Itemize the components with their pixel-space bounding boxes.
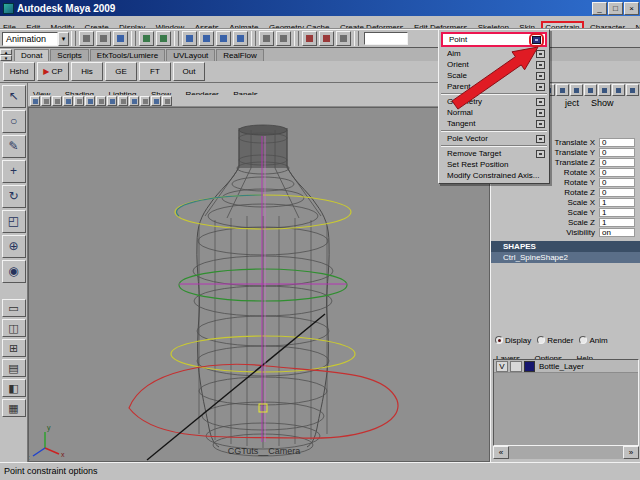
film-gate-icon[interactable] — [96, 96, 106, 106]
menu-item-geometry[interactable]: Geometry — [439, 96, 549, 107]
status-separator[interactable] — [251, 31, 256, 46]
menu-nex[interactable]: NEX — [633, 22, 640, 29]
tangent-option-box-icon[interactable] — [536, 120, 545, 128]
layer-type-cell[interactable] — [510, 361, 522, 372]
remove-target-option-box-icon[interactable] — [536, 150, 545, 158]
scroll-left-icon[interactable]: « — [493, 446, 509, 459]
status-separator[interactable] — [131, 31, 136, 46]
shelf-button-out[interactable]: Out — [173, 62, 205, 81]
layout-single-pane-icon[interactable]: ▭ — [2, 299, 26, 317]
shelf-button-his[interactable]: His — [71, 62, 103, 81]
minimize-button[interactable]: _ — [592, 2, 607, 15]
select-tool-icon[interactable]: ↖ — [2, 85, 26, 108]
channel-value-field[interactable]: 0 — [599, 188, 635, 197]
scene-new-icon[interactable] — [79, 31, 94, 46]
attribute-editor-toggle-icon[interactable] — [584, 84, 597, 96]
channel-value-field[interactable]: on — [599, 228, 635, 237]
grid-toggle-icon[interactable] — [85, 96, 95, 106]
menu-constrain[interactable]: Constrain — [542, 22, 582, 29]
status-separator[interactable] — [294, 31, 299, 46]
render-frame-icon[interactable] — [302, 31, 317, 46]
shelf-tab-uvlayout[interactable]: UVLayout — [166, 49, 215, 61]
layout-two-pane-icon[interactable]: ◫ — [2, 319, 26, 337]
channel-value-field[interactable]: 0 — [599, 148, 635, 157]
status-separator[interactable] — [174, 31, 179, 46]
construction-history-icon[interactable] — [276, 31, 291, 46]
menu-item-normal[interactable]: Normal — [439, 107, 549, 118]
camera-attributes-icon[interactable] — [41, 96, 51, 106]
render-mode-radio[interactable]: Render — [537, 336, 573, 345]
numeric-input-field[interactable] — [364, 32, 408, 45]
panel-menu-view[interactable]: View — [28, 89, 55, 95]
channel-box-toggle-icon[interactable] — [612, 84, 625, 96]
field-chart-icon[interactable] — [129, 96, 139, 106]
shelf-button-cp[interactable]: ▶CP — [37, 62, 69, 81]
layout-four-pane-icon[interactable]: ⊞ — [2, 339, 26, 357]
menu-geometry-cache[interactable]: Geometry Cache — [266, 22, 332, 29]
menu-item-aim[interactable]: Aim — [439, 48, 549, 59]
status-separator[interactable] — [71, 31, 76, 46]
undo-icon[interactable] — [139, 31, 154, 46]
menu-item-pole-vector[interactable]: Pole Vector — [439, 133, 549, 144]
channel-value-field[interactable]: 1 — [599, 198, 635, 207]
layout-grid-icon[interactable]: ▦ — [2, 399, 26, 417]
menu-item-scale[interactable]: Scale — [439, 70, 549, 81]
menu-item-parent[interactable]: Parent — [439, 81, 549, 92]
geometry-option-box-icon[interactable] — [536, 98, 545, 106]
snap-to-grid-icon[interactable] — [182, 31, 197, 46]
normal-option-box-icon[interactable] — [536, 109, 545, 117]
viewport-canvas[interactable]: y x z CGTuts__Camera — [28, 107, 490, 462]
render-settings-icon[interactable] — [336, 31, 351, 46]
menu-assets[interactable]: Assets — [192, 22, 222, 29]
panel-menu-panels[interactable]: Panels — [228, 89, 262, 95]
universal-manipulator-icon[interactable]: ⊕ — [2, 235, 26, 258]
channel-value-field[interactable]: 0 — [599, 138, 635, 147]
channel-value-field[interactable]: 0 — [599, 158, 635, 167]
anim-mode-radio[interactable]: Anim — [579, 336, 607, 345]
snap-to-point-icon[interactable] — [216, 31, 231, 46]
manip-mode-icon[interactable] — [570, 84, 583, 96]
bookmark-icon[interactable] — [52, 96, 62, 106]
menu-set-selector[interactable]: Animation — [2, 32, 58, 46]
menu-skin[interactable]: Skin — [516, 22, 538, 29]
safe-action-icon[interactable] — [140, 96, 150, 106]
aim-option-box-icon[interactable] — [536, 50, 545, 58]
layer-editor-toggle-icon[interactable] — [626, 84, 639, 96]
snap-to-plane-icon[interactable] — [233, 31, 248, 46]
menu-create-deformers[interactable]: Create Deformers — [337, 22, 407, 29]
rotate-tool-icon[interactable]: ↻ — [2, 185, 26, 208]
snap-to-curve-icon[interactable] — [199, 31, 214, 46]
scale-tool-icon[interactable]: ◰ — [2, 210, 26, 233]
close-button[interactable]: × — [624, 2, 639, 15]
panel-menu-show[interactable]: Show — [146, 89, 176, 95]
menu-item-remove-target[interactable]: Remove Target — [439, 148, 549, 159]
point-option-box-icon[interactable] — [532, 36, 541, 44]
menu-item-tangent[interactable]: Tangent — [439, 118, 549, 129]
menu-file[interactable]: File — [0, 22, 19, 29]
channel-value-field[interactable]: 0 — [599, 178, 635, 187]
menu-animate[interactable]: Animate — [226, 22, 261, 29]
display-mode-radio[interactable]: Display — [495, 336, 531, 345]
orient-option-box-icon[interactable] — [536, 61, 545, 69]
paint-select-tool-icon[interactable]: ✎ — [2, 135, 26, 158]
gate-mask-icon[interactable] — [118, 96, 128, 106]
camera-select-icon[interactable] — [30, 96, 40, 106]
shelf-tab-scripts[interactable]: Scripts — [50, 49, 88, 61]
scroll-right-icon[interactable]: » — [623, 446, 639, 459]
status-separator[interactable] — [354, 31, 359, 46]
pole-vector-option-box-icon[interactable] — [536, 135, 545, 143]
layout-side-pane-icon[interactable]: ◧ — [2, 379, 26, 397]
menu-item-set-rest-position[interactable]: Set Rest Position — [439, 159, 549, 170]
lasso-tool-icon[interactable]: ○ — [2, 110, 26, 133]
menu-display[interactable]: Display — [116, 22, 148, 29]
parent-option-box-icon[interactable] — [536, 83, 545, 91]
menu-create[interactable]: Create — [82, 22, 112, 29]
menu-modify[interactable]: Modify — [48, 22, 78, 29]
menu-set-dropdown-icon[interactable]: ▾ — [58, 32, 69, 46]
panel-menu-lighting[interactable]: Lighting — [103, 89, 141, 95]
maximize-button[interactable]: □ — [608, 2, 623, 15]
menu-item-modify-constrained-axis[interactable]: Modify Constrained Axis... — [439, 170, 549, 181]
layer-visibility-toggle[interactable]: V — [496, 361, 508, 372]
make-live-icon[interactable] — [259, 31, 274, 46]
channel-value-field[interactable]: 1 — [599, 218, 635, 227]
